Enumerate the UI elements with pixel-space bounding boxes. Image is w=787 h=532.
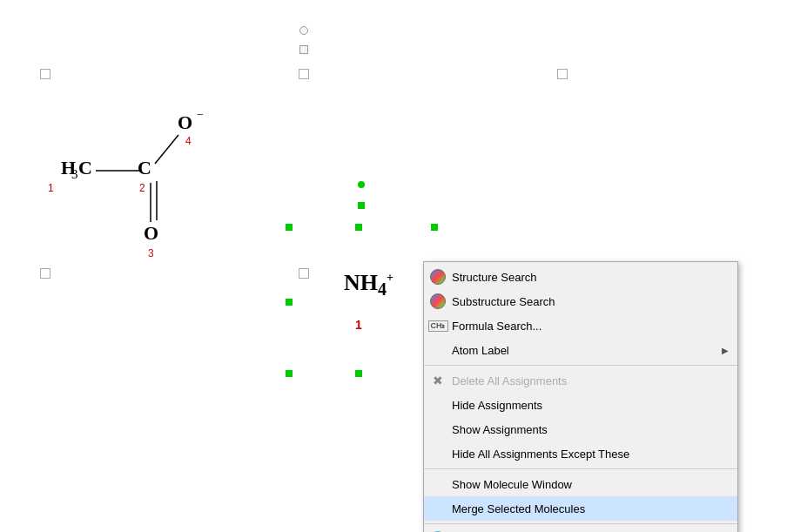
green-sq-4 — [431, 224, 438, 231]
green-sq-1 — [358, 202, 365, 209]
green-sq-3 — [355, 224, 362, 231]
menu-item-hide-all-assignments[interactable]: Hide All Assignments Except These — [424, 441, 737, 466]
menu-item-structure-search[interactable]: Structure Search — [424, 265, 737, 289]
formula-search-label: Formula Search... — [452, 320, 729, 333]
show-molecule-window-icon — [429, 475, 447, 493]
top-square-indicator — [299, 45, 308, 54]
atom-label-label: Atom Label — [452, 344, 722, 357]
green-sq-2 — [286, 224, 293, 231]
svg-text:C: C — [138, 157, 151, 178]
menu-item-delete-assignments: ✖ Delete All Assignments — [424, 368, 737, 393]
svg-text:1: 1 — [48, 182, 54, 194]
molecule-nh4: NH4+ — [344, 270, 394, 300]
hide-assignments-label: Hide Assignments — [452, 399, 729, 412]
green-sq-6 — [286, 370, 293, 377]
svg-text:3: 3 — [71, 167, 78, 181]
checkbox-topleft[interactable] — [40, 69, 50, 79]
svg-text:−: − — [197, 108, 204, 121]
hide-all-assignments-icon — [429, 445, 447, 462]
formula-search-icon: CH₃ — [429, 317, 447, 334]
green-dot-1 — [358, 181, 365, 188]
svg-text:2: 2 — [139, 182, 145, 194]
menu-item-substructure-search[interactable]: Substructure Search — [424, 289, 737, 313]
substructure-search-icon — [429, 293, 447, 310]
svg-text:O: O — [178, 111, 192, 133]
context-menu: Structure Search Substructure Search CH₃… — [423, 261, 738, 532]
hide-assignments-icon — [429, 396, 447, 414]
hide-all-assignments-label: Hide All Assignments Except These — [452, 448, 729, 461]
menu-item-formula-search[interactable]: CH₃ Formula Search... — [424, 313, 737, 338]
merge-selected-label: Merge Selected Molecules — [452, 502, 729, 515]
svg-text:3: 3 — [148, 247, 154, 259]
checkbox-topcenter[interactable] — [299, 69, 309, 79]
separator-3 — [424, 523, 737, 524]
checkbox-topright[interactable] — [557, 69, 568, 79]
svg-text:4: 4 — [185, 135, 192, 147]
menu-item-merge-selected[interactable]: Merge Selected Molecules — [424, 496, 737, 521]
atom-label-arrow: ▶ — [722, 346, 729, 355]
molecule-acetate: H 3 C 1 C 2 O − 4 O 3 — [26, 87, 270, 261]
top-circle-indicator — [299, 26, 308, 35]
menu-item-hide-assignments[interactable]: Hide Assignments — [424, 393, 737, 417]
svg-line-7 — [155, 135, 178, 164]
structure-search-label: Structure Search — [452, 271, 729, 284]
checkbox-midleft[interactable] — [40, 268, 50, 279]
canvas-area: H 3 C 1 C 2 O − 4 O 3 NH4+ 1 — [0, 0, 787, 532]
substructure-search-label: Substructure Search — [452, 295, 729, 308]
separator-2 — [424, 468, 737, 469]
show-assignments-label: Show Assignments — [452, 423, 729, 436]
delete-assignments-label: Delete All Assignments — [452, 374, 729, 387]
structure-search-icon — [429, 268, 447, 286]
green-sq-7 — [355, 370, 362, 377]
menu-item-atom-label[interactable]: Atom Label ▶ — [424, 338, 737, 362]
separator-1 — [424, 365, 737, 366]
delete-assignments-icon: ✖ — [429, 372, 447, 389]
menu-item-show-molecule-window[interactable]: Show Molecule Window — [424, 472, 737, 496]
show-molecule-window-label: Show Molecule Window — [452, 478, 729, 491]
checkbox-midcenter[interactable] — [299, 268, 309, 279]
molecule-nh4-index: 1 — [355, 318, 362, 332]
atom-label-icon — [429, 341, 447, 359]
svg-text:O: O — [144, 222, 158, 244]
green-sq-5 — [286, 299, 293, 306]
show-assignments-icon — [429, 421, 447, 438]
merge-selected-icon — [429, 500, 447, 517]
svg-text:C: C — [78, 157, 92, 178]
menu-item-show-assignments[interactable]: Show Assignments — [424, 417, 737, 441]
menu-item-1h-spectrum[interactable]: H 1H Spectrum — [424, 527, 737, 532]
